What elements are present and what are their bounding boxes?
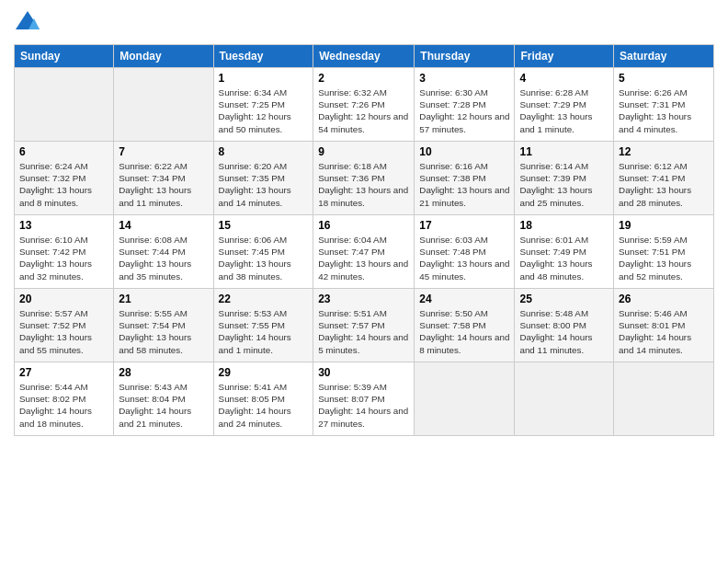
day-cell: 12Sunrise: 6:12 AMSunset: 7:41 PMDayligh…	[614, 142, 714, 215]
day-info: Sunrise: 6:28 AMSunset: 7:29 PMDaylight:…	[519, 86, 609, 135]
header-day-tuesday: Tuesday	[213, 45, 313, 68]
week-row-2: 13Sunrise: 6:10 AMSunset: 7:42 PMDayligh…	[15, 215, 714, 289]
day-cell: 25Sunrise: 5:48 AMSunset: 8:00 PMDayligh…	[515, 289, 614, 362]
day-info: Sunrise: 5:57 AMSunset: 7:52 PMDaylight:…	[19, 307, 108, 356]
page: SundayMondayTuesdayWednesdayThursdayFrid…	[0, 0, 728, 563]
day-info: Sunrise: 5:43 AMSunset: 8:04 PMDaylight:…	[119, 381, 208, 430]
day-number: 30	[318, 366, 409, 379]
day-cell	[614, 362, 714, 436]
week-row-3: 20Sunrise: 5:57 AMSunset: 7:52 PMDayligh…	[15, 289, 714, 362]
day-number: 19	[619, 219, 709, 232]
day-number: 12	[619, 145, 709, 158]
week-row-0: 1Sunrise: 6:34 AMSunset: 7:25 PMDaylight…	[15, 68, 714, 142]
day-info: Sunrise: 5:39 AMSunset: 8:07 PMDaylight:…	[318, 381, 409, 430]
day-cell: 17Sunrise: 6:03 AMSunset: 7:48 PMDayligh…	[415, 215, 515, 289]
day-number: 9	[318, 145, 409, 158]
day-cell	[415, 362, 515, 436]
day-number: 18	[519, 219, 609, 232]
day-cell: 19Sunrise: 5:59 AMSunset: 7:51 PMDayligh…	[614, 215, 714, 289]
day-info: Sunrise: 6:26 AMSunset: 7:31 PMDaylight:…	[619, 86, 709, 135]
day-info: Sunrise: 5:51 AMSunset: 7:57 PMDaylight:…	[318, 307, 409, 356]
day-info: Sunrise: 6:01 AMSunset: 7:49 PMDaylight:…	[519, 234, 609, 282]
day-number: 3	[419, 72, 509, 85]
header-day-wednesday: Wednesday	[313, 45, 415, 68]
day-cell: 4Sunrise: 6:28 AMSunset: 7:29 PMDaylight…	[515, 68, 614, 142]
day-info: Sunrise: 5:50 AMSunset: 7:58 PMDaylight:…	[419, 307, 509, 356]
day-info: Sunrise: 5:48 AMSunset: 8:00 PMDaylight:…	[519, 307, 609, 356]
day-info: Sunrise: 5:41 AMSunset: 8:05 PMDaylight:…	[219, 381, 309, 430]
day-cell: 10Sunrise: 6:16 AMSunset: 7:38 PMDayligh…	[415, 142, 515, 215]
day-cell: 14Sunrise: 6:08 AMSunset: 7:44 PMDayligh…	[114, 215, 213, 289]
day-info: Sunrise: 6:10 AMSunset: 7:42 PMDaylight:…	[19, 234, 108, 282]
header-day-thursday: Thursday	[415, 45, 515, 68]
day-info: Sunrise: 6:14 AMSunset: 7:39 PMDaylight:…	[519, 160, 609, 209]
calendar-body: 1Sunrise: 6:34 AMSunset: 7:25 PMDaylight…	[15, 68, 714, 436]
day-cell: 11Sunrise: 6:14 AMSunset: 7:39 PMDayligh…	[515, 142, 614, 215]
day-number: 21	[119, 293, 208, 305]
day-number: 13	[19, 219, 108, 232]
day-number: 17	[419, 219, 509, 232]
day-number: 4	[519, 72, 609, 85]
day-cell: 6Sunrise: 6:24 AMSunset: 7:32 PMDaylight…	[15, 142, 114, 215]
day-cell: 8Sunrise: 6:20 AMSunset: 7:35 PMDaylight…	[213, 142, 313, 215]
day-cell: 7Sunrise: 6:22 AMSunset: 7:34 PMDaylight…	[114, 142, 213, 215]
day-number: 6	[19, 145, 108, 158]
day-number: 10	[419, 145, 509, 158]
day-cell: 30Sunrise: 5:39 AMSunset: 8:07 PMDayligh…	[313, 362, 415, 436]
day-cell: 18Sunrise: 6:01 AMSunset: 7:49 PMDayligh…	[515, 215, 614, 289]
day-info: Sunrise: 6:08 AMSunset: 7:44 PMDaylight:…	[119, 234, 208, 282]
logo-icon	[14, 9, 41, 37]
day-info: Sunrise: 5:46 AMSunset: 8:01 PMDaylight:…	[619, 307, 709, 356]
day-cell: 1Sunrise: 6:34 AMSunset: 7:25 PMDaylight…	[213, 68, 313, 142]
day-cell: 2Sunrise: 6:32 AMSunset: 7:26 PMDaylight…	[313, 68, 415, 142]
header-day-monday: Monday	[114, 45, 213, 68]
header-day-sunday: Sunday	[15, 45, 114, 68]
day-cell: 15Sunrise: 6:06 AMSunset: 7:45 PMDayligh…	[213, 215, 313, 289]
day-number: 24	[419, 293, 509, 305]
day-cell: 29Sunrise: 5:41 AMSunset: 8:05 PMDayligh…	[213, 362, 313, 436]
day-cell	[15, 68, 114, 142]
day-number: 8	[219, 145, 309, 158]
day-cell: 22Sunrise: 5:53 AMSunset: 7:55 PMDayligh…	[213, 289, 313, 362]
day-cell: 21Sunrise: 5:55 AMSunset: 7:54 PMDayligh…	[114, 289, 213, 362]
day-number: 2	[318, 72, 409, 85]
day-info: Sunrise: 6:12 AMSunset: 7:41 PMDaylight:…	[619, 160, 709, 209]
day-info: Sunrise: 6:16 AMSunset: 7:38 PMDaylight:…	[419, 160, 509, 209]
day-number: 7	[119, 145, 208, 158]
week-row-4: 27Sunrise: 5:44 AMSunset: 8:02 PMDayligh…	[15, 362, 714, 436]
day-info: Sunrise: 6:18 AMSunset: 7:36 PMDaylight:…	[318, 160, 409, 209]
day-number: 29	[219, 366, 309, 379]
day-info: Sunrise: 6:06 AMSunset: 7:45 PMDaylight:…	[219, 234, 309, 282]
calendar-header: SundayMondayTuesdayWednesdayThursdayFrid…	[15, 45, 714, 68]
day-info: Sunrise: 6:22 AMSunset: 7:34 PMDaylight:…	[119, 160, 208, 209]
day-info: Sunrise: 5:55 AMSunset: 7:54 PMDaylight:…	[119, 307, 208, 356]
day-cell: 3Sunrise: 6:30 AMSunset: 7:28 PMDaylight…	[415, 68, 515, 142]
day-info: Sunrise: 6:32 AMSunset: 7:26 PMDaylight:…	[318, 86, 409, 135]
day-number: 27	[19, 366, 108, 379]
day-number: 11	[519, 145, 609, 158]
day-cell	[114, 68, 213, 142]
day-cell: 24Sunrise: 5:50 AMSunset: 7:58 PMDayligh…	[415, 289, 515, 362]
day-info: Sunrise: 5:53 AMSunset: 7:55 PMDaylight:…	[219, 307, 309, 356]
day-info: Sunrise: 6:03 AMSunset: 7:48 PMDaylight:…	[419, 234, 509, 282]
day-cell: 5Sunrise: 6:26 AMSunset: 7:31 PMDaylight…	[614, 68, 714, 142]
day-info: Sunrise: 6:24 AMSunset: 7:32 PMDaylight:…	[19, 160, 108, 209]
day-number: 28	[119, 366, 208, 379]
day-info: Sunrise: 6:20 AMSunset: 7:35 PMDaylight:…	[219, 160, 309, 209]
day-cell: 9Sunrise: 6:18 AMSunset: 7:36 PMDaylight…	[313, 142, 415, 215]
day-number: 20	[19, 293, 108, 305]
day-number: 15	[219, 219, 309, 232]
day-number: 26	[619, 293, 709, 305]
header-row: SundayMondayTuesdayWednesdayThursdayFrid…	[15, 45, 714, 68]
calendar: SundayMondayTuesdayWednesdayThursdayFrid…	[14, 44, 714, 436]
header-day-saturday: Saturday	[614, 45, 714, 68]
day-number: 16	[318, 219, 409, 232]
day-cell: 23Sunrise: 5:51 AMSunset: 7:57 PMDayligh…	[313, 289, 415, 362]
week-row-1: 6Sunrise: 6:24 AMSunset: 7:32 PMDaylight…	[15, 142, 714, 215]
day-cell: 28Sunrise: 5:43 AMSunset: 8:04 PMDayligh…	[114, 362, 213, 436]
header	[14, 9, 714, 37]
day-cell: 16Sunrise: 6:04 AMSunset: 7:47 PMDayligh…	[313, 215, 415, 289]
day-number: 25	[519, 293, 609, 305]
day-number: 14	[119, 219, 208, 232]
day-cell	[515, 362, 614, 436]
